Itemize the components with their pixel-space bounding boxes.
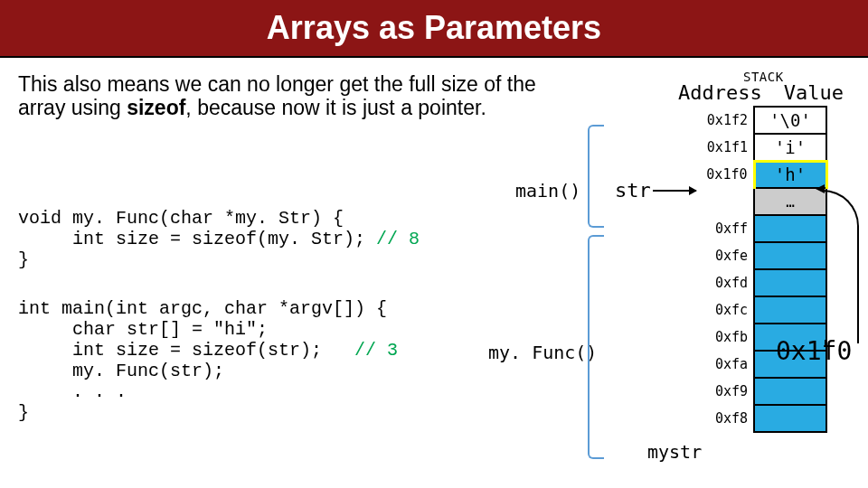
stack-cell-addr: 0xf9 (696, 378, 754, 405)
stack-row: … (696, 188, 826, 215)
stack-cell-addr: 0xff (696, 215, 754, 242)
stack-cell-addr: 0xfc (696, 296, 754, 324)
arrow-str (653, 190, 696, 192)
code-line: int main(int argc, char *argv[]) { (18, 298, 387, 319)
stack-row: 0xf9 (696, 378, 826, 405)
code-comment: // 8 (376, 229, 420, 249)
stack-row: 0x1f1'i' (696, 134, 826, 161)
label-main: main() (515, 180, 580, 202)
stack-col-headers: Address Value (678, 81, 844, 104)
stack-cell-value: '\0' (754, 107, 826, 134)
code-line: . . . (18, 381, 127, 402)
stack-cell-addr: 0xfb (696, 324, 754, 351)
stack-cell-value: 'i' (754, 134, 826, 161)
arrow-curve-head (816, 184, 825, 193)
code-line: void my. Func(char *my. Str) { (18, 208, 344, 229)
code-line: } (18, 249, 29, 270)
label-myfunc: my. Func() (488, 342, 597, 363)
stack-cell-value (754, 405, 826, 432)
body-paragraph: This also means we can no longer get the… (18, 72, 561, 120)
stack-row: 0xf8 (696, 405, 826, 432)
pointer-label-str: str (615, 179, 651, 202)
stack-cell-value (754, 296, 826, 324)
stack-row: 0x1f0'h' (696, 161, 826, 188)
stack-row: 0xfc (696, 296, 826, 324)
stack-cell-value (754, 215, 826, 242)
stack-cell-addr: 0xfa (696, 351, 754, 378)
slide: Arrays as Parameters This also means we … (0, 0, 868, 488)
stack-cell-value (754, 269, 826, 296)
code-main: int main(int argc, char *argv[]) { char … (18, 298, 524, 423)
code-line: char str[] = "hi"; (18, 319, 268, 340)
stack-cell-addr: 0x1f0 (696, 161, 754, 188)
stack-table: 0x1f2'\0'0x1f1'i'0x1f0'h'…0xff0xfe0xfd0x… (696, 106, 828, 433)
stack-cell-value (754, 378, 826, 405)
code-comment: // 3 (354, 340, 398, 361)
stack-cell-addr: 0xfd (696, 269, 754, 296)
code-line: int size = sizeof(str); (18, 340, 354, 361)
code-line: } (18, 402, 29, 423)
stack-cell-value (754, 242, 826, 269)
arrow-curve-tail (825, 340, 827, 345)
pointer-label-mystr: mystr (647, 441, 702, 463)
stack-cell-addr: 0xfe (696, 242, 754, 269)
bracket-myfunc (588, 235, 604, 459)
col-value: Value (784, 81, 844, 104)
stack-row: 0xfd (696, 269, 826, 296)
stack-row: 0x1f2'\0' (696, 107, 826, 134)
bracket-main (588, 125, 604, 228)
code-myfunc: void my. Func(char *my. Str) { int size … (18, 208, 524, 270)
stack-row: 0xff (696, 215, 826, 242)
stack-cell-addr: 0xf8 (696, 405, 754, 432)
stack-cell-addr: 0x1f1 (696, 134, 754, 161)
code-line: int size = sizeof(my. Str); (18, 229, 376, 249)
col-address: Address (678, 81, 762, 104)
stack-cell-addr (696, 188, 754, 215)
stack-cell-addr: 0x1f2 (696, 107, 754, 134)
title-bar: Arrays as Parameters (0, 0, 868, 58)
page-title: Arrays as Parameters (267, 9, 601, 47)
code-line: my. Func(str); (18, 361, 224, 381)
stack-row: 0xfe (696, 242, 826, 269)
arrow-curve (823, 190, 859, 343)
